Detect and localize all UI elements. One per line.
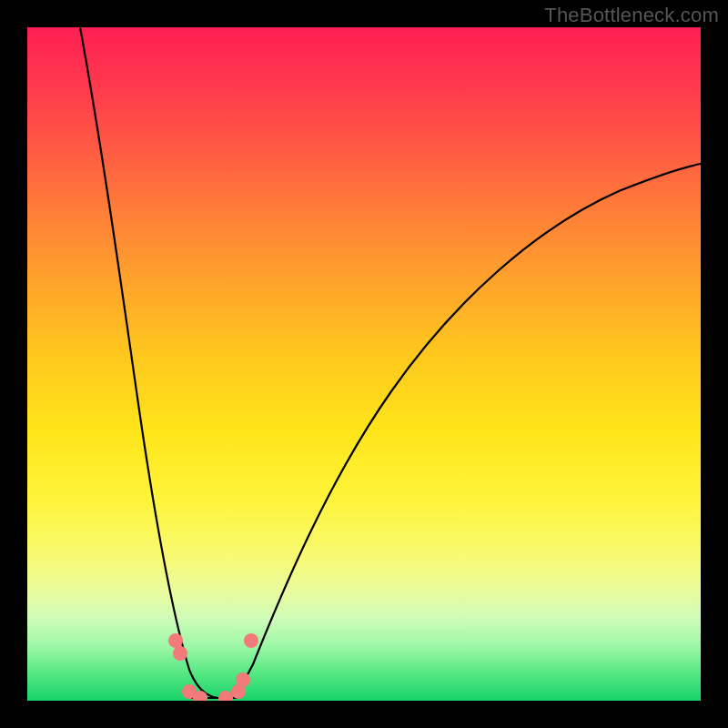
marker-dot (218, 691, 233, 701)
right-curve (222, 164, 701, 698)
chart-stage: TheBottleneck.com (0, 0, 728, 728)
chart-svg (27, 27, 701, 701)
marker-dot (173, 646, 187, 661)
watermark-text: TheBottleneck.com (544, 4, 719, 27)
marker-dot (168, 633, 183, 648)
marker-dot (236, 672, 250, 687)
marker-dot (244, 633, 258, 648)
left-curve (80, 27, 237, 698)
marker-group (168, 633, 258, 701)
plot-area (27, 27, 701, 701)
